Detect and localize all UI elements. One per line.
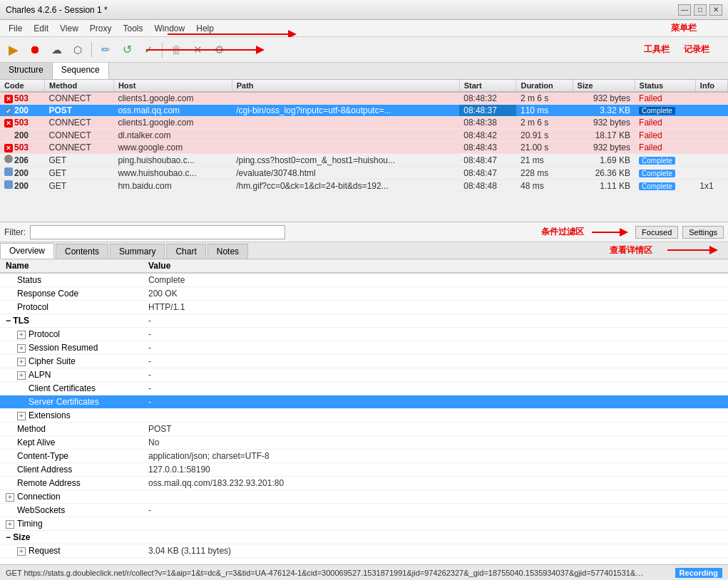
detail-row[interactable]: MethodPOST [0, 423, 728, 436]
toolbar-hex-button[interactable]: ⬡ [68, 41, 87, 59]
cell-code: 200 [0, 167, 45, 180]
col-header-duration[interactable]: Duration [516, 80, 573, 92]
cell-method: CONNECT [45, 142, 114, 154]
toolbar-tools-button[interactable]: ✕ [188, 41, 207, 59]
detail-value-cell: POST [143, 423, 728, 436]
detail-row[interactable]: WebSockets- [0, 504, 728, 517]
detail-row[interactable]: +Connection [0, 490, 728, 504]
tab-summary[interactable]: Summary [110, 244, 165, 259]
toolbar-run-button[interactable]: ▶ [4, 41, 23, 59]
cell-size: 1.11 KB [573, 180, 635, 192]
col-header-host[interactable]: Host [113, 80, 232, 92]
expand-icon[interactable]: + [6, 329, 29, 339]
toolbar-record-button[interactable]: ⏺ [26, 41, 44, 59]
menu-help[interactable]: Help [190, 22, 220, 35]
toolbar-check-button[interactable]: ✓ [139, 41, 158, 59]
detail-row[interactable]: +Extensions [0, 409, 728, 423]
detail-row[interactable]: Client Certificates- [0, 382, 728, 395]
detail-row[interactable]: Content-Typeapplication/json; charset=UT… [0, 450, 728, 463]
table-row[interactable]: 200 CONNECT dl.ntalker.com 08:48:42 20.9… [0, 129, 728, 142]
col-header-code[interactable]: Code [0, 80, 45, 92]
menu-proxy[interactable]: Proxy [84, 22, 118, 35]
close-button[interactable]: ✕ [709, 4, 722, 16]
detail-row[interactable]: Kept AliveNo [0, 436, 728, 450]
table-row[interactable]: ✕503 CONNECT clients1.google.com 08:48:3… [0, 92, 728, 105]
toolbar-cloud-button[interactable]: ☁ [47, 41, 66, 59]
detail-row[interactable]: +Session Resumed- [0, 341, 728, 355]
cell-method: CONNECT [45, 129, 114, 142]
detail-row[interactable]: Response Code200 OK [0, 287, 728, 301]
table-row[interactable]: ✕503 CONNECT clients1.google.com 08:48:3… [0, 117, 728, 129]
expand-icon[interactable]: + [6, 343, 29, 353]
menu-tools[interactable]: Tools [118, 22, 149, 35]
col-header-status[interactable]: Status [635, 80, 695, 92]
tab-overview[interactable]: Overview [0, 243, 54, 259]
row-label: Protocol [6, 302, 48, 312]
expand-icon[interactable]: + [6, 546, 29, 556]
tab-notes[interactable]: Notes [207, 244, 248, 259]
detail-row[interactable]: StatusComplete [0, 273, 728, 287]
cell-start: 08:48:47 [459, 154, 516, 167]
cell-host: ping.huishoubao.c... [113, 154, 232, 167]
menu-view[interactable]: View [54, 22, 84, 35]
cell-info [695, 129, 727, 142]
section-minus-icon: − [6, 316, 13, 326]
detail-value-cell [143, 531, 728, 544]
expand-icon[interactable]: + [6, 410, 29, 420]
expand-icon[interactable]: + [6, 492, 17, 502]
expand-icon[interactable]: + [6, 356, 29, 366]
toolbar-delete-button[interactable]: 🗑 [167, 41, 185, 59]
table-row[interactable]: ✕503 CONNECT www.google.com 08:48:43 21.… [0, 142, 728, 154]
detail-row[interactable]: − TLS- [0, 314, 728, 328]
tab-structure[interactable]: Structure [0, 63, 53, 79]
detail-row[interactable]: Remote Addressoss.mail.qq.com/183.232.93… [0, 477, 728, 490]
row-label: Content-Type [6, 451, 68, 461]
detail-value-cell: - [143, 382, 728, 395]
main-area: Structure Sequence Code Method Host Path… [0, 63, 728, 564]
filter-input[interactable] [30, 225, 285, 239]
tab-chart[interactable]: Chart [166, 244, 205, 259]
toolbar-settings-button[interactable]: ⚙ [210, 41, 228, 59]
detail-row[interactable]: − Size [0, 531, 728, 544]
filter-settings-button[interactable]: Settings [682, 226, 724, 239]
tab-sequence[interactable]: Sequence [53, 63, 109, 79]
col-header-path[interactable]: Path [232, 80, 459, 92]
detail-name-cell: +Connection [0, 490, 143, 504]
detail-row[interactable]: ProtocolHTTP/1.1 [0, 301, 728, 314]
cell-duration: 228 ms [516, 167, 573, 180]
toolbar-refresh-button[interactable]: ↺ [118, 41, 136, 59]
detail-row[interactable]: Server Certificates- [0, 395, 728, 409]
cell-start: 08:48:42 [459, 129, 516, 142]
col-header-info[interactable]: Info [695, 80, 727, 92]
table-row[interactable]: 200 GET hm.baidu.com /hm.gif?cc=0&ck=1&c… [0, 180, 728, 192]
col-header-size[interactable]: Size [573, 80, 635, 92]
tab-contents[interactable]: Contents [56, 244, 108, 259]
cell-method: CONNECT [45, 92, 114, 105]
cell-host: www.google.com [113, 142, 232, 154]
menu-window[interactable]: Window [149, 22, 191, 35]
cell-start: 08:48:32 [459, 92, 516, 105]
detail-row[interactable]: +Request3.04 KB (3,111 bytes) [0, 544, 728, 558]
toolbar-pen-button[interactable]: ✏ [96, 41, 115, 59]
filter-focused-button[interactable]: Focused [635, 226, 678, 239]
detail-row[interactable]: Client Address127.0.0.1:58190 [0, 463, 728, 477]
detail-name-cell: Content-Type [0, 450, 143, 463]
cell-method: GET [45, 180, 114, 192]
detail-row[interactable]: +Cipher Suite- [0, 355, 728, 368]
detail-row[interactable]: +Protocol- [0, 328, 728, 341]
maximize-button[interactable]: □ [694, 4, 707, 16]
table-row[interactable]: ✓200 POST oss.mail.qq.com /cgi-bin/oss_l… [0, 105, 728, 117]
col-header-method[interactable]: Method [45, 80, 114, 92]
menu-edit[interactable]: Edit [28, 22, 54, 35]
table-row[interactable]: 200 GET www.huishoubao.c... /evaluate/30… [0, 167, 728, 180]
expand-icon[interactable]: + [6, 370, 29, 380]
col-header-start[interactable]: Start [459, 80, 516, 92]
cell-method: GET [45, 167, 114, 180]
expand-icon[interactable]: + [6, 519, 17, 529]
minimize-button[interactable]: — [678, 4, 691, 16]
detail-row[interactable]: +ALPN- [0, 368, 728, 382]
table-row[interactable]: 206 GET ping.huishoubao.c... /ping.css?h… [0, 154, 728, 167]
menu-file[interactable]: File [3, 22, 28, 35]
detail-value-cell: oss.mail.qq.com/183.232.93.201:80 [143, 477, 728, 490]
detail-row[interactable]: +Timing [0, 517, 728, 531]
